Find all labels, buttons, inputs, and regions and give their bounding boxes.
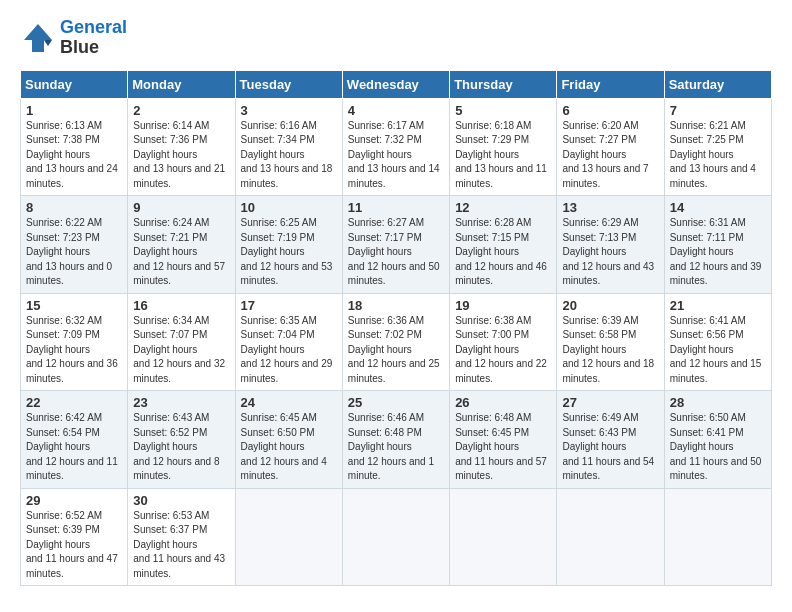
calendar-cell: 12 Sunrise: 6:28 AMSunset: 7:15 PMDaylig…: [450, 196, 557, 294]
day-number: 19: [455, 298, 551, 313]
cell-info: Sunrise: 6:28 AMSunset: 7:15 PMDaylight …: [455, 217, 547, 286]
page: General Blue SundayMondayTuesdayWednesda…: [0, 0, 792, 596]
day-number: 11: [348, 200, 444, 215]
calendar-cell: 20 Sunrise: 6:39 AMSunset: 6:58 PMDaylig…: [557, 293, 664, 391]
calendar-cell: [450, 488, 557, 586]
calendar-cell: 5 Sunrise: 6:18 AMSunset: 7:29 PMDayligh…: [450, 98, 557, 196]
day-number: 20: [562, 298, 658, 313]
day-number: 12: [455, 200, 551, 215]
week-row-3: 15 Sunrise: 6:32 AMSunset: 7:09 PMDaylig…: [21, 293, 772, 391]
day-number: 18: [348, 298, 444, 313]
calendar-cell: [557, 488, 664, 586]
cell-info: Sunrise: 6:46 AMSunset: 6:48 PMDaylight …: [348, 412, 434, 481]
day-number: 4: [348, 103, 444, 118]
day-header-monday: Monday: [128, 70, 235, 98]
calendar-cell: 16 Sunrise: 6:34 AMSunset: 7:07 PMDaylig…: [128, 293, 235, 391]
day-number: 13: [562, 200, 658, 215]
cell-info: Sunrise: 6:49 AMSunset: 6:43 PMDaylight …: [562, 412, 654, 481]
cell-info: Sunrise: 6:13 AMSunset: 7:38 PMDaylight …: [26, 120, 118, 189]
day-number: 14: [670, 200, 766, 215]
calendar-cell: [664, 488, 771, 586]
day-number: 23: [133, 395, 229, 410]
day-number: 1: [26, 103, 122, 118]
calendar-cell: 4 Sunrise: 6:17 AMSunset: 7:32 PMDayligh…: [342, 98, 449, 196]
day-header-thursday: Thursday: [450, 70, 557, 98]
cell-info: Sunrise: 6:17 AMSunset: 7:32 PMDaylight …: [348, 120, 440, 189]
day-number: 6: [562, 103, 658, 118]
cell-info: Sunrise: 6:41 AMSunset: 6:56 PMDaylight …: [670, 315, 762, 384]
week-row-4: 22 Sunrise: 6:42 AMSunset: 6:54 PMDaylig…: [21, 391, 772, 489]
day-number: 28: [670, 395, 766, 410]
cell-info: Sunrise: 6:45 AMSunset: 6:50 PMDaylight …: [241, 412, 327, 481]
calendar-cell: 18 Sunrise: 6:36 AMSunset: 7:02 PMDaylig…: [342, 293, 449, 391]
calendar-cell: 19 Sunrise: 6:38 AMSunset: 7:00 PMDaylig…: [450, 293, 557, 391]
day-header-saturday: Saturday: [664, 70, 771, 98]
cell-info: Sunrise: 6:14 AMSunset: 7:36 PMDaylight …: [133, 120, 225, 189]
day-header-tuesday: Tuesday: [235, 70, 342, 98]
calendar-cell: 9 Sunrise: 6:24 AMSunset: 7:21 PMDayligh…: [128, 196, 235, 294]
cell-info: Sunrise: 6:42 AMSunset: 6:54 PMDaylight …: [26, 412, 118, 481]
calendar-cell: 24 Sunrise: 6:45 AMSunset: 6:50 PMDaylig…: [235, 391, 342, 489]
logo-text: General Blue: [60, 18, 127, 58]
calendar-cell: 3 Sunrise: 6:16 AMSunset: 7:34 PMDayligh…: [235, 98, 342, 196]
cell-info: Sunrise: 6:22 AMSunset: 7:23 PMDaylight …: [26, 217, 112, 286]
calendar-cell: 27 Sunrise: 6:49 AMSunset: 6:43 PMDaylig…: [557, 391, 664, 489]
cell-info: Sunrise: 6:38 AMSunset: 7:00 PMDaylight …: [455, 315, 547, 384]
cell-info: Sunrise: 6:25 AMSunset: 7:19 PMDaylight …: [241, 217, 333, 286]
day-number: 7: [670, 103, 766, 118]
logo: General Blue: [20, 18, 127, 58]
calendar-header-row: SundayMondayTuesdayWednesdayThursdayFrid…: [21, 70, 772, 98]
day-number: 8: [26, 200, 122, 215]
day-header-friday: Friday: [557, 70, 664, 98]
day-number: 3: [241, 103, 337, 118]
cell-info: Sunrise: 6:20 AMSunset: 7:27 PMDaylight …: [562, 120, 648, 189]
calendar-cell: 29 Sunrise: 6:52 AMSunset: 6:39 PMDaylig…: [21, 488, 128, 586]
calendar-cell: 13 Sunrise: 6:29 AMSunset: 7:13 PMDaylig…: [557, 196, 664, 294]
calendar-cell: 1 Sunrise: 6:13 AMSunset: 7:38 PMDayligh…: [21, 98, 128, 196]
day-number: 5: [455, 103, 551, 118]
calendar-body: 1 Sunrise: 6:13 AMSunset: 7:38 PMDayligh…: [21, 98, 772, 586]
svg-marker-0: [24, 24, 52, 52]
week-row-5: 29 Sunrise: 6:52 AMSunset: 6:39 PMDaylig…: [21, 488, 772, 586]
calendar-cell: 26 Sunrise: 6:48 AMSunset: 6:45 PMDaylig…: [450, 391, 557, 489]
day-number: 21: [670, 298, 766, 313]
day-number: 10: [241, 200, 337, 215]
svg-marker-1: [44, 40, 52, 46]
cell-info: Sunrise: 6:36 AMSunset: 7:02 PMDaylight …: [348, 315, 440, 384]
calendar-cell: 8 Sunrise: 6:22 AMSunset: 7:23 PMDayligh…: [21, 196, 128, 294]
calendar-cell: 10 Sunrise: 6:25 AMSunset: 7:19 PMDaylig…: [235, 196, 342, 294]
cell-info: Sunrise: 6:48 AMSunset: 6:45 PMDaylight …: [455, 412, 547, 481]
calendar-cell: 15 Sunrise: 6:32 AMSunset: 7:09 PMDaylig…: [21, 293, 128, 391]
calendar-cell: 30 Sunrise: 6:53 AMSunset: 6:37 PMDaylig…: [128, 488, 235, 586]
day-number: 30: [133, 493, 229, 508]
cell-info: Sunrise: 6:24 AMSunset: 7:21 PMDaylight …: [133, 217, 225, 286]
day-number: 17: [241, 298, 337, 313]
calendar-cell: 11 Sunrise: 6:27 AMSunset: 7:17 PMDaylig…: [342, 196, 449, 294]
calendar-cell: 14 Sunrise: 6:31 AMSunset: 7:11 PMDaylig…: [664, 196, 771, 294]
cell-info: Sunrise: 6:32 AMSunset: 7:09 PMDaylight …: [26, 315, 118, 384]
cell-info: Sunrise: 6:31 AMSunset: 7:11 PMDaylight …: [670, 217, 762, 286]
calendar-cell: [342, 488, 449, 586]
calendar-cell: 22 Sunrise: 6:42 AMSunset: 6:54 PMDaylig…: [21, 391, 128, 489]
calendar-cell: 6 Sunrise: 6:20 AMSunset: 7:27 PMDayligh…: [557, 98, 664, 196]
week-row-1: 1 Sunrise: 6:13 AMSunset: 7:38 PMDayligh…: [21, 98, 772, 196]
day-number: 26: [455, 395, 551, 410]
day-number: 24: [241, 395, 337, 410]
logo-icon: [20, 20, 56, 56]
cell-info: Sunrise: 6:43 AMSunset: 6:52 PMDaylight …: [133, 412, 219, 481]
week-row-2: 8 Sunrise: 6:22 AMSunset: 7:23 PMDayligh…: [21, 196, 772, 294]
calendar-cell: 17 Sunrise: 6:35 AMSunset: 7:04 PMDaylig…: [235, 293, 342, 391]
day-header-sunday: Sunday: [21, 70, 128, 98]
cell-info: Sunrise: 6:52 AMSunset: 6:39 PMDaylight …: [26, 510, 118, 579]
cell-info: Sunrise: 6:53 AMSunset: 6:37 PMDaylight …: [133, 510, 225, 579]
cell-info: Sunrise: 6:21 AMSunset: 7:25 PMDaylight …: [670, 120, 756, 189]
cell-info: Sunrise: 6:18 AMSunset: 7:29 PMDaylight …: [455, 120, 547, 189]
calendar-cell: 21 Sunrise: 6:41 AMSunset: 6:56 PMDaylig…: [664, 293, 771, 391]
day-number: 15: [26, 298, 122, 313]
day-number: 22: [26, 395, 122, 410]
day-number: 27: [562, 395, 658, 410]
day-number: 16: [133, 298, 229, 313]
calendar-cell: 23 Sunrise: 6:43 AMSunset: 6:52 PMDaylig…: [128, 391, 235, 489]
cell-info: Sunrise: 6:50 AMSunset: 6:41 PMDaylight …: [670, 412, 762, 481]
cell-info: Sunrise: 6:39 AMSunset: 6:58 PMDaylight …: [562, 315, 654, 384]
